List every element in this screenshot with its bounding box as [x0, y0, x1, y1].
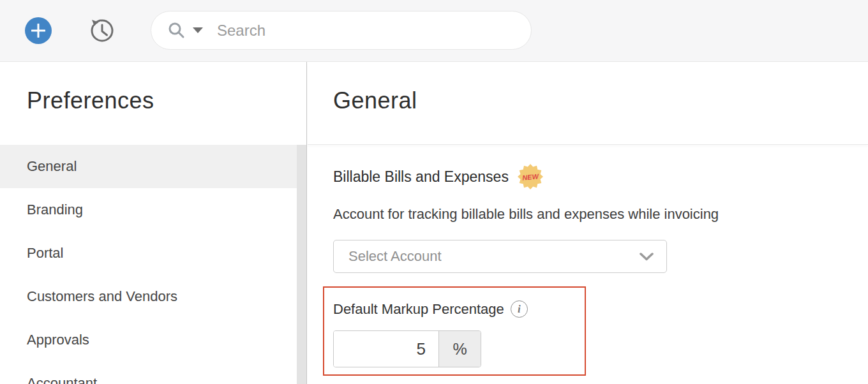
sidebar-item-portal[interactable]: Portal — [0, 232, 306, 275]
history-icon — [88, 16, 116, 44]
sidebar-item-customers-and-vendors[interactable]: Customers and Vendors — [0, 275, 306, 318]
preferences-sidebar: Preferences General Branding Portal Cust… — [0, 62, 307, 384]
page-title: General — [308, 62, 868, 114]
sidebar-title: Preferences — [0, 62, 306, 114]
default-markup-input[interactable] — [334, 331, 438, 367]
percent-addon: % — [438, 331, 481, 367]
search-scope-caret-icon[interactable] — [193, 27, 203, 33]
default-markup-highlight-box: Default Markup Percentage i % — [323, 286, 586, 376]
section-heading: Billable Bills and Expenses — [333, 168, 509, 186]
main-panel: General Billable Bills and Expenses NEW … — [308, 62, 868, 384]
global-search-bar[interactable] — [151, 11, 532, 50]
sidebar-scrollbar[interactable] — [297, 145, 306, 384]
search-input[interactable] — [217, 22, 517, 40]
select-placeholder: Select Account — [348, 248, 442, 265]
recent-history-button[interactable] — [88, 16, 116, 44]
sidebar-item-branding[interactable]: Branding — [0, 188, 306, 232]
search-icon — [168, 22, 185, 39]
sidebar-item-general[interactable]: General — [0, 145, 306, 188]
preferences-nav: General Branding Portal Customers and Ve… — [0, 145, 306, 384]
new-badge: NEW — [518, 164, 543, 189]
plus-icon — [31, 24, 45, 38]
sidebar-item-approvals[interactable]: Approvals — [0, 318, 306, 362]
default-markup-label: Default Markup Percentage — [333, 301, 504, 318]
add-new-button[interactable] — [25, 17, 52, 44]
billable-account-select[interactable]: Select Account — [333, 240, 667, 273]
sidebar-item-accountant[interactable]: Accountant — [0, 362, 306, 384]
main-header: General — [308, 62, 868, 145]
default-markup-input-group: % — [333, 330, 481, 367]
info-icon[interactable]: i — [511, 300, 528, 318]
general-settings-content: Billable Bills and Expenses NEW Account … — [308, 145, 868, 376]
topbar — [0, 0, 868, 62]
chevron-down-icon — [640, 253, 654, 261]
section-description: Account for tracking billable bills and … — [333, 206, 868, 223]
